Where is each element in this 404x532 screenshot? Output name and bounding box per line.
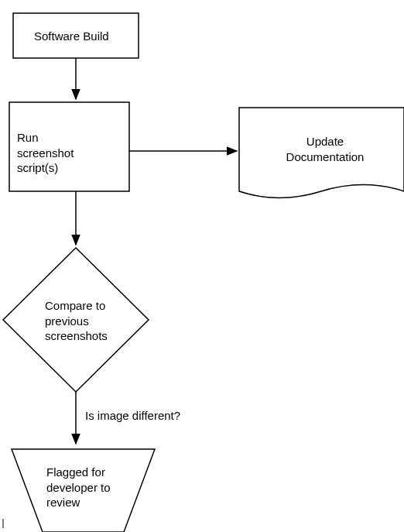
label-flagged: Flagged for developer to review: [46, 465, 111, 510]
label-run-scripts: Run screenshot script(s): [17, 130, 74, 176]
flowchart-canvas: [0, 0, 404, 532]
label-decision-question: Is image different?: [85, 408, 180, 424]
label-compare: Compare to previous screenshots: [45, 298, 108, 344]
label-software-build: Software Build: [34, 29, 109, 44]
label-update-documentation: Update Documentation: [282, 134, 368, 164]
